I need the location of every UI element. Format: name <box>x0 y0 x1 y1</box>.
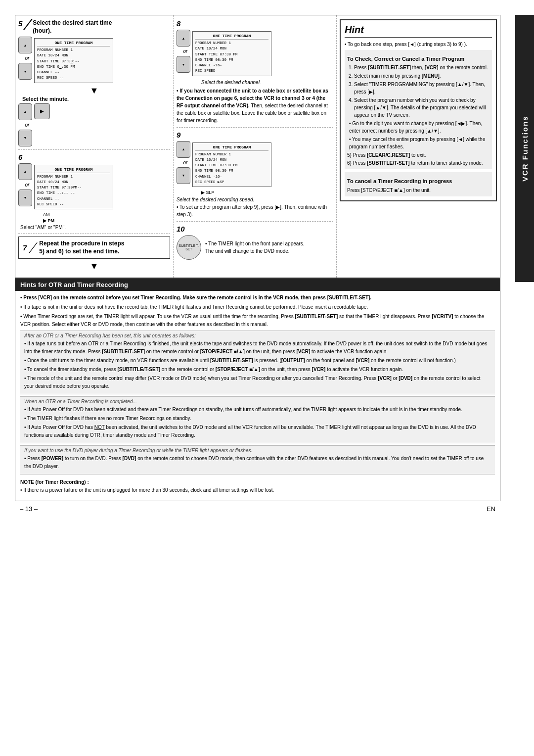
hint-bullet1: • To go back one step, press [◄] (during… <box>345 41 492 48</box>
step-9-slp: ▶ SLP <box>201 190 333 195</box>
step-7-number: 7 <box>23 243 27 252</box>
footer: – 13 – EN <box>15 505 500 513</box>
step-5-header: 5 ╱ Select the desired start time (hour)… <box>18 19 170 35</box>
step-8-screen: ONE TIME PROGRAM PROGRAM NUMBER 1 DATE 1… <box>192 31 271 76</box>
step-10-header: 10 <box>177 225 333 233</box>
step-5-number: 5 <box>18 19 22 28</box>
hint-check-step-2: Select main menu by pressing [MENU]. <box>354 72 490 80</box>
step-8-header: 8 <box>177 19 333 28</box>
step-8-number: 8 <box>177 19 180 28</box>
note-text: NOTE (for Timer Recording) :• If there i… <box>20 478 495 494</box>
step-10-bullet1: • The TIMER light on the front panel app… <box>205 240 304 247</box>
gray-section-1: After an OTR or a Timer Recording has be… <box>20 331 495 394</box>
hint-check-step-3: Select "TIMER PROGRAMMING" by pressing [… <box>354 81 490 95</box>
middle-column: 8 ▲ or ▼ ONE TIME PROGRAM PROGRAM NUMBER… <box>174 15 337 278</box>
hint-check-note2: • You may cancel the entire program by p… <box>347 136 490 150</box>
step-7-title-2: 5) and 6) to set the end time. <box>39 248 124 256</box>
divider-9-10 <box>177 221 333 222</box>
remote-down2: ▼ <box>18 130 32 146</box>
gray1-bullet2: • Once the unit turns to the timer stand… <box>24 357 491 365</box>
remote-up3: ▲ <box>18 163 32 180</box>
page-number: – 13 – <box>20 505 38 513</box>
step-5-title-2: (hour). <box>33 27 112 35</box>
step-8: 8 ▲ or ▼ ONE TIME PROGRAM PROGRAM NUMBER… <box>177 19 333 124</box>
gray-section-3-title: If you want to use the DVD player during… <box>24 448 491 453</box>
subtitle-tset-button: SUBTITLE T-SET <box>177 235 201 260</box>
step-6-pm: ▶ PM <box>43 218 170 223</box>
step-6-diagram: ▲ or ▼ ONE TIME PROGRAM PROGRAM NUMBER 1… <box>18 163 170 211</box>
hints-otr-header: Hints for OTR and Timer Recording <box>15 279 500 291</box>
gray2-bullet1: • If Auto Power Off for DVD has been act… <box>24 406 491 414</box>
hint-check-steps: Press [SUBTITLE/T-SET] then, [VCR] on th… <box>347 64 490 119</box>
step-5-diagram2: ▲ or ▼ ▶ <box>18 103 170 146</box>
step-9-header: 9 <box>177 131 333 139</box>
step-7-title-1: Repeat the procedure in steps <box>39 240 124 248</box>
left-column: 5 ╱ Select the desired start time (hour)… <box>15 15 174 278</box>
remote-play: ▶ <box>34 103 50 119</box>
step-5: 5 ╱ Select the desired start time (hour)… <box>18 19 170 146</box>
step-9-diagram: ▲ or ▼ ONE TIME PROGRAM PROGRAM NUMBER 1… <box>177 141 333 189</box>
step-7-arrow: ▼ <box>18 262 170 271</box>
hints-otr-body: • Press [VCR] on the remote control befo… <box>15 291 500 501</box>
step-8-caption: Select the desired channel. <box>201 80 333 85</box>
gray-section-1-title: After an OTR or a Timer Recording has be… <box>24 333 491 338</box>
step-6-screen-title: ONE TIME PROGRAM <box>37 167 110 173</box>
remote-down4: ▼ <box>177 56 190 73</box>
step-5-sublabel: Select the minute. <box>22 96 170 102</box>
gray1-bullet4: • The mode of the unit and the remote co… <box>24 375 491 390</box>
hint-check-title: To Check, Correct or Cancel a Timer Prog… <box>347 55 490 62</box>
remote-up2: ▲ <box>18 103 32 120</box>
step-9: 9 ▲ or ▼ ONE TIME PROGRAM PROGRAM NUMBER… <box>177 131 333 219</box>
step-9-number: 9 <box>177 131 180 139</box>
step-6: 6 ▲ or ▼ ONE TIME PROGRAM PROGRAM NUMBER… <box>18 153 170 231</box>
hints-otr-section: Hints for OTR and Timer Recording • Pres… <box>15 278 500 501</box>
gray-section-3: If you want to use the DVD player during… <box>20 445 495 474</box>
step-10-number: 10 <box>177 225 185 233</box>
page: VCR Functions 5 ╱ Select the desired sta… <box>0 0 534 756</box>
step-8-note: • If you have connected the unit to a ca… <box>177 87 333 124</box>
hint-cancel-title: To cancel a Timer Recording in progress <box>347 178 490 185</box>
divider-8-9 <box>177 127 333 128</box>
gray1-bullet3: • To cancel the timer standby mode, pres… <box>24 366 491 374</box>
step-10-content: SUBTITLE T-SET • The TIMER light on the … <box>177 235 333 260</box>
step-5-screen: ONE TIME PROGRAM PROGRAM NUMBER 1 DATE 1… <box>34 38 113 83</box>
hint-box: Hint • To go back one step, press [◄] (d… <box>340 19 497 201</box>
remote-down5: ▼ <box>177 167 190 184</box>
step-6-ampm: AM <box>43 212 170 217</box>
gray3-bullet1: • Press [POWER] to turn on the DVD. Pres… <box>24 455 491 471</box>
hint-check-section: To Check, Correct or Cancel a Timer Prog… <box>345 50 492 169</box>
divider-6-7 <box>18 233 170 234</box>
main-content-area: 5 ╱ Select the desired start time (hour)… <box>15 15 500 278</box>
otr-bullet-1: • Press [VCR] on the remote control befo… <box>20 294 495 302</box>
step-5-arrow: ▼ <box>18 86 170 95</box>
otr-bullet-2: • If a tape is not in the unit or does n… <box>20 303 495 311</box>
step-10-bullet2: The unit will change to the DVD mode. <box>205 247 304 255</box>
step-6-header: 6 <box>18 153 170 161</box>
hint-cancel-section: To cancel a Timer Recording in progress … <box>345 172 492 196</box>
note-section: NOTE (for Timer Recording) :• If there i… <box>20 476 495 498</box>
step-5-title-1: Select the desired start time <box>33 19 112 27</box>
hint-check-step-1: Press [SUBTITLE/T-SET] then, [VCR] on th… <box>354 64 490 71</box>
remote-down3: ▼ <box>18 189 32 206</box>
step-6-screen: ONE TIME PROGRAM PROGRAM NUMBER 1 DATE 1… <box>34 165 113 210</box>
gray-section-2: When an OTR or a Timer Recording is comp… <box>20 396 495 443</box>
hint-title: Hint <box>345 24 492 38</box>
step-7: 7 ╱ Repeat the procedure in steps 5) and… <box>18 236 170 271</box>
step-9-caption: Select the desired recording speed. <box>177 197 333 202</box>
step-6-number: 6 <box>18 153 22 161</box>
hint-check-step-4: Select the program number which you want… <box>354 96 490 119</box>
step-5-diagram: ▲ or ▼ ONE TIME PROGRAM PROGRAM NUMBER 1… <box>18 37 170 85</box>
step-5-screen-title: ONE TIME PROGRAM <box>37 40 110 47</box>
hint-check-note1: • Go to the digit you want to change by … <box>347 120 490 135</box>
remote-up: ▲ <box>18 37 32 53</box>
vcr-functions-sidebar: VCR Functions <box>515 15 534 282</box>
gray1-bullet1: • If a tape runs out before an OTR or a … <box>24 340 491 356</box>
right-column: Hint • To go back one step, press [◄] (d… <box>337 15 500 278</box>
hint-check-step6: 6) Press [SUBTITLE/T-SET] to return to t… <box>347 159 490 167</box>
step-9-screen: ONE TIME PROGRAM PROGRAM NUMBER 1 DATE 1… <box>192 142 271 188</box>
divider-5-6 <box>18 149 170 150</box>
gray-section-2-title: When an OTR or a Timer Recording is comp… <box>24 399 491 404</box>
step-8-diagram: ▲ or ▼ ONE TIME PROGRAM PROGRAM NUMBER 1… <box>177 30 333 78</box>
step-9-note: • To set another program after step 9), … <box>177 203 333 218</box>
gray2-bullet2: • The TIMER light flashes if there are n… <box>24 415 491 423</box>
